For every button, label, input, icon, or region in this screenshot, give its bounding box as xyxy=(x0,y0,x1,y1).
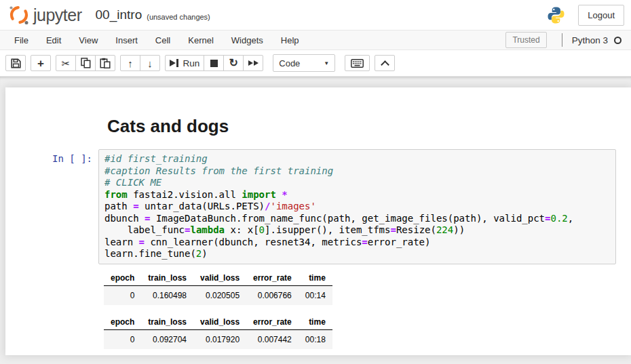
table-header-valid_loss: valid_loss xyxy=(193,315,246,330)
code-lines: #id first_training#caption Results from … xyxy=(104,153,610,260)
table-cell: 00:18 xyxy=(299,329,332,349)
table-cell: 0.020505 xyxy=(193,285,246,305)
add-cell-button[interactable]: + xyxy=(31,55,51,71)
table-header-train_loss: train_loss xyxy=(141,315,193,330)
keyboard-icon xyxy=(351,59,364,68)
move-cell-up-icon: ↑ xyxy=(128,58,133,68)
code-line[interactable]: label_func=lambda x: x[0].isupper(), ite… xyxy=(104,224,610,237)
table-row: 10.0277850.0124490.00541300:18 xyxy=(104,349,332,356)
table-row: 00.1604980.0205050.00676600:14 xyxy=(104,285,332,305)
restart-kernel-icon: ↻ xyxy=(229,58,238,68)
copy-cells-button[interactable] xyxy=(75,55,96,71)
table-cell: 0.007442 xyxy=(246,329,299,349)
save-button[interactable] xyxy=(5,55,26,71)
code-input-area[interactable]: #id first_training#caption Results from … xyxy=(98,149,616,264)
kernel-separator xyxy=(562,33,562,47)
jupyter-logo[interactable]: jupyter xyxy=(7,3,82,27)
table-header-epoch: epoch xyxy=(104,270,141,286)
code-line[interactable]: #id first_training xyxy=(104,153,610,165)
collapse-toolbar-button[interactable] xyxy=(375,55,395,71)
table-header-error_rate: error_rate xyxy=(246,315,299,330)
table-cell: 0.017920 xyxy=(193,329,246,349)
table-header-epoch: epoch xyxy=(104,315,141,330)
paste-cells-button[interactable] xyxy=(95,55,115,71)
table-cell: 0 xyxy=(104,329,141,349)
menu-items: FileEditViewInsertCellKernelWidgetsHelp xyxy=(5,31,308,49)
trusted-button[interactable]: Trusted xyxy=(505,32,546,48)
python-logo-icon xyxy=(546,5,566,25)
menu-item-view[interactable]: View xyxy=(70,31,107,49)
output-area: epochtrain_lossvalid_losserror_ratetime0… xyxy=(104,270,631,356)
site-background xyxy=(0,77,631,87)
table-cell: 0 xyxy=(104,285,141,305)
cell-type-select[interactable]: Code ▼ xyxy=(273,54,335,72)
save-icon xyxy=(11,58,21,68)
kernel-name: Python 3 xyxy=(572,35,608,45)
table-header-time: time xyxy=(299,270,332,286)
table-cell: 00:18 xyxy=(299,349,332,356)
menubar: FileEditViewInsertCellKernelWidgetsHelp … xyxy=(0,30,631,50)
run-icon xyxy=(170,59,178,67)
menu-item-insert[interactable]: Insert xyxy=(107,31,147,49)
paste-cells-icon xyxy=(100,58,111,68)
code-line[interactable]: #caption Results from the first training xyxy=(104,165,610,178)
code-line[interactable]: path = untar_data(URLs.PETS)/'images' xyxy=(104,201,610,213)
header: jupyter 00_intro (unsaved changes) Logou… xyxy=(0,0,631,30)
move-cell-down-icon: ↓ xyxy=(147,58,153,68)
notebook-title[interactable]: 00_intro xyxy=(96,7,142,22)
chevron-down-icon: ▼ xyxy=(324,60,329,66)
input-prompt: In [ ]: xyxy=(5,149,98,264)
notebook-container: Cats and dogs In [ ]: #id first_training… xyxy=(5,87,631,355)
table-header-error_rate: error_rate xyxy=(246,270,299,286)
move-cell-down-button[interactable]: ↓ xyxy=(140,55,160,71)
menu-item-cell[interactable]: Cell xyxy=(147,31,179,49)
markdown-cell[interactable]: Cats and dogs xyxy=(5,116,631,136)
run-button[interactable]: Run xyxy=(165,55,204,71)
copy-cells-icon xyxy=(81,58,91,68)
table-row: 00.0927040.0179200.00744200:18 xyxy=(104,329,332,349)
code-line[interactable]: from fastai2.vision.all import * xyxy=(104,189,610,201)
cell-type-value: Code xyxy=(279,58,300,68)
markdown-heading: Cats and dogs xyxy=(107,116,631,136)
move-cell-up-button[interactable]: ↑ xyxy=(120,55,140,71)
table-header-train_loss: train_loss xyxy=(141,270,193,286)
table-cell: 0.160498 xyxy=(141,285,193,305)
restart-run-all-button[interactable] xyxy=(243,55,263,71)
code-line[interactable]: dbunch = ImageDataBunch.from_name_func(p… xyxy=(104,213,610,225)
code-line[interactable]: learn.fine_tune(2) xyxy=(104,248,610,260)
training-results-table: epochtrain_lossvalid_losserror_ratetime0… xyxy=(104,315,631,356)
code-line[interactable]: learn = cnn_learner(dbunch, resnet34, me… xyxy=(104,237,610,249)
menu-item-kernel[interactable]: Kernel xyxy=(179,31,223,49)
restart-kernel-button[interactable]: ↻ xyxy=(223,55,244,71)
table-cell: 0.092704 xyxy=(141,329,193,349)
kernel-idle-icon xyxy=(614,37,622,44)
menu-item-file[interactable]: File xyxy=(5,31,37,49)
logo-text: jupyter xyxy=(33,5,82,25)
table-cell: 0.006766 xyxy=(246,285,299,305)
table-cell: 0.005413 xyxy=(246,349,299,356)
cut-cells-button[interactable]: ✂ xyxy=(56,55,76,71)
interrupt-kernel-button[interactable] xyxy=(204,55,224,71)
training-results-table: epochtrain_lossvalid_losserror_ratetime0… xyxy=(104,270,631,305)
code-line[interactable]: # CLICK ME xyxy=(104,177,610,189)
menu-item-edit[interactable]: Edit xyxy=(37,31,70,49)
chevron-up-icon xyxy=(381,60,389,69)
toolbar: + ✂ ↑ ↓ Run ↻ xyxy=(0,50,631,77)
table-cell: 0.027785 xyxy=(141,349,193,356)
table-header-time: time xyxy=(299,315,332,330)
add-cell-icon: + xyxy=(37,58,44,69)
interrupt-kernel-icon xyxy=(210,60,218,67)
logout-button[interactable]: Logout xyxy=(578,5,624,26)
table-cell: 00:14 xyxy=(299,285,332,305)
table-cell: 1 xyxy=(104,349,141,356)
code-cell[interactable]: In [ ]: #id first_training#caption Resul… xyxy=(5,149,631,264)
restart-run-all-icon xyxy=(248,60,259,66)
cut-cells-icon: ✂ xyxy=(62,58,71,68)
table-cell: 0.012449 xyxy=(193,349,246,356)
checkpoint-status: (unsaved changes) xyxy=(147,13,210,21)
command-palette-button[interactable] xyxy=(345,55,370,71)
menu-item-help[interactable]: Help xyxy=(272,31,308,49)
menu-item-widgets[interactable]: Widgets xyxy=(223,31,272,49)
jupyter-logo-icon xyxy=(7,3,31,27)
run-label: Run xyxy=(183,58,200,68)
